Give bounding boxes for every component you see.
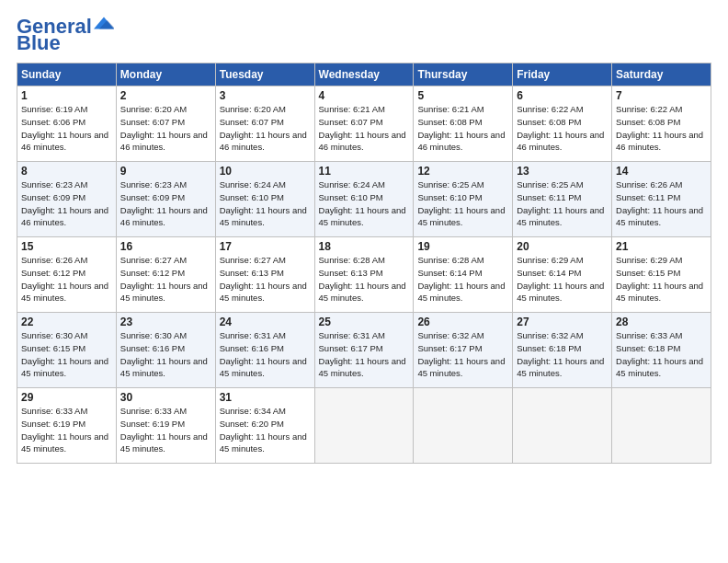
- sunset-label: Sunset: 6:18 PM: [517, 343, 581, 353]
- day-info: Sunrise: 6:31 AM Sunset: 6:17 PM Dayligh…: [319, 329, 410, 380]
- col-header-monday: Monday: [116, 63, 215, 86]
- sunrise-label: Sunrise: 6:27 AM: [120, 255, 187, 265]
- sunset-label: Sunset: 6:07 PM: [220, 117, 284, 127]
- day-number: 1: [21, 89, 112, 102]
- day-info: Sunrise: 6:31 AM Sunset: 6:16 PM Dayligh…: [220, 329, 311, 380]
- calendar-cell: 4 Sunrise: 6:21 AM Sunset: 6:07 PM Dayli…: [314, 86, 414, 162]
- sunrise-label: Sunrise: 6:24 AM: [319, 179, 385, 190]
- day-info: Sunrise: 6:29 AM Sunset: 6:15 PM Dayligh…: [616, 254, 707, 304]
- calendar-cell: 2 Sunrise: 6:20 AM Sunset: 6:07 PM Dayli…: [116, 86, 215, 162]
- calendar-cell: 29 Sunrise: 6:33 AM Sunset: 6:19 PM Dayl…: [17, 388, 117, 464]
- daylight-label: Daylight: 11 hours and 46 minutes.: [120, 130, 208, 153]
- day-number: 4: [319, 89, 410, 102]
- day-number: 8: [21, 165, 112, 178]
- daylight-label: Daylight: 11 hours and 45 minutes.: [517, 281, 604, 304]
- daylight-label: Daylight: 11 hours and 45 minutes.: [417, 356, 505, 379]
- calendar-cell: 15 Sunrise: 6:26 AM Sunset: 6:12 PM Dayl…: [17, 237, 117, 313]
- calendar-cell: 19 Sunrise: 6:28 AM Sunset: 6:14 PM Dayl…: [414, 237, 513, 313]
- calendar-week-2: 8 Sunrise: 6:23 AM Sunset: 6:09 PM Dayli…: [17, 162, 711, 237]
- calendar-cell: 11 Sunrise: 6:24 AM Sunset: 6:10 PM Dayl…: [314, 162, 414, 237]
- sunrise-label: Sunrise: 6:32 AM: [517, 330, 583, 340]
- day-info: Sunrise: 6:20 AM Sunset: 6:07 PM Dayligh…: [220, 103, 311, 154]
- sunset-label: Sunset: 6:08 PM: [417, 117, 482, 127]
- calendar-cell: 26 Sunrise: 6:32 AM Sunset: 6:17 PM Dayl…: [414, 313, 513, 388]
- day-number: 12: [417, 165, 508, 178]
- day-info: Sunrise: 6:21 AM Sunset: 6:08 PM Dayligh…: [417, 103, 508, 154]
- daylight-label: Daylight: 11 hours and 46 minutes.: [120, 205, 208, 228]
- sunset-label: Sunset: 6:14 PM: [417, 268, 482, 278]
- header: General Blue: [17, 17, 711, 53]
- daylight-label: Daylight: 11 hours and 45 minutes.: [21, 431, 108, 454]
- daylight-label: Daylight: 11 hours and 45 minutes.: [417, 205, 505, 228]
- sunset-label: Sunset: 6:07 PM: [120, 117, 185, 127]
- col-header-friday: Friday: [513, 63, 612, 86]
- sunrise-label: Sunrise: 6:33 AM: [616, 330, 682, 340]
- day-info: Sunrise: 6:20 AM Sunset: 6:07 PM Dayligh…: [120, 103, 211, 154]
- daylight-label: Daylight: 11 hours and 45 minutes.: [120, 281, 208, 304]
- sunset-label: Sunset: 6:12 PM: [120, 268, 185, 278]
- sunset-label: Sunset: 6:06 PM: [21, 117, 85, 127]
- calendar-week-1: 1 Sunrise: 6:19 AM Sunset: 6:06 PM Dayli…: [17, 86, 711, 162]
- calendar-cell: 25 Sunrise: 6:31 AM Sunset: 6:17 PM Dayl…: [314, 313, 414, 388]
- sunrise-label: Sunrise: 6:33 AM: [120, 406, 187, 416]
- calendar-cell: 16 Sunrise: 6:27 AM Sunset: 6:12 PM Dayl…: [116, 237, 215, 313]
- sunrise-label: Sunrise: 6:29 AM: [616, 255, 682, 265]
- sunrise-label: Sunrise: 6:23 AM: [120, 179, 187, 190]
- sunset-label: Sunset: 6:09 PM: [120, 192, 185, 202]
- calendar-week-4: 22 Sunrise: 6:30 AM Sunset: 6:15 PM Dayl…: [17, 313, 711, 388]
- sunset-label: Sunset: 6:08 PM: [616, 117, 680, 127]
- sunrise-label: Sunrise: 6:25 AM: [517, 179, 583, 190]
- sunrise-label: Sunrise: 6:25 AM: [417, 179, 483, 190]
- calendar-cell: 21 Sunrise: 6:29 AM Sunset: 6:15 PM Dayl…: [612, 237, 711, 313]
- day-number: 26: [417, 316, 508, 328]
- sunset-label: Sunset: 6:15 PM: [616, 268, 680, 278]
- day-number: 16: [120, 240, 211, 253]
- day-info: Sunrise: 6:32 AM Sunset: 6:18 PM Dayligh…: [517, 329, 608, 380]
- day-info: Sunrise: 6:33 AM Sunset: 6:18 PM Dayligh…: [616, 329, 707, 380]
- sunrise-label: Sunrise: 6:34 AM: [220, 406, 286, 416]
- daylight-label: Daylight: 11 hours and 45 minutes.: [517, 356, 604, 379]
- day-info: Sunrise: 6:26 AM Sunset: 6:11 PM Dayligh…: [616, 178, 707, 229]
- day-number: 10: [220, 165, 311, 178]
- sunset-label: Sunset: 6:10 PM: [417, 192, 482, 202]
- calendar-cell: 18 Sunrise: 6:28 AM Sunset: 6:13 PM Dayl…: [314, 237, 414, 313]
- day-info: Sunrise: 6:29 AM Sunset: 6:14 PM Dayligh…: [517, 254, 608, 304]
- calendar-cell: 20 Sunrise: 6:29 AM Sunset: 6:14 PM Dayl…: [513, 237, 612, 313]
- calendar-cell: 9 Sunrise: 6:23 AM Sunset: 6:09 PM Dayli…: [116, 162, 215, 237]
- day-number: 2: [120, 89, 211, 102]
- calendar-cell: 12 Sunrise: 6:25 AM Sunset: 6:10 PM Dayl…: [414, 162, 513, 237]
- day-number: 6: [517, 89, 608, 102]
- sunset-label: Sunset: 6:08 PM: [517, 117, 581, 127]
- sunset-label: Sunset: 6:10 PM: [220, 192, 284, 202]
- sunrise-label: Sunrise: 6:30 AM: [21, 330, 87, 340]
- day-number: 3: [220, 89, 311, 102]
- day-number: 31: [220, 391, 311, 404]
- calendar-cell: 28 Sunrise: 6:33 AM Sunset: 6:18 PM Dayl…: [612, 313, 711, 388]
- calendar-cell: 30 Sunrise: 6:33 AM Sunset: 6:19 PM Dayl…: [116, 388, 215, 464]
- day-number: 27: [517, 316, 608, 328]
- calendar-cell: 24 Sunrise: 6:31 AM Sunset: 6:16 PM Dayl…: [215, 313, 314, 388]
- sunrise-label: Sunrise: 6:21 AM: [417, 104, 483, 114]
- day-number: 7: [616, 89, 707, 102]
- sunrise-label: Sunrise: 6:22 AM: [517, 104, 583, 114]
- calendar-cell: 22 Sunrise: 6:30 AM Sunset: 6:15 PM Dayl…: [17, 313, 117, 388]
- day-info: Sunrise: 6:28 AM Sunset: 6:14 PM Dayligh…: [417, 254, 508, 304]
- day-info: Sunrise: 6:26 AM Sunset: 6:12 PM Dayligh…: [21, 254, 112, 304]
- sunrise-label: Sunrise: 6:28 AM: [417, 255, 483, 265]
- day-number: 19: [417, 240, 508, 253]
- sunrise-label: Sunrise: 6:20 AM: [120, 104, 187, 114]
- day-info: Sunrise: 6:34 AM Sunset: 6:20 PM Dayligh…: [220, 405, 311, 455]
- day-number: 22: [21, 316, 112, 328]
- calendar-body: 1 Sunrise: 6:19 AM Sunset: 6:06 PM Dayli…: [17, 86, 711, 464]
- sunrise-label: Sunrise: 6:31 AM: [220, 330, 286, 340]
- daylight-label: Daylight: 11 hours and 45 minutes.: [220, 281, 307, 304]
- calendar-cell: 3 Sunrise: 6:20 AM Sunset: 6:07 PM Dayli…: [215, 86, 314, 162]
- daylight-label: Daylight: 11 hours and 45 minutes.: [616, 356, 703, 379]
- day-number: 9: [120, 165, 211, 178]
- daylight-label: Daylight: 11 hours and 45 minutes.: [220, 205, 307, 228]
- sunrise-label: Sunrise: 6:23 AM: [21, 179, 87, 190]
- sunrise-label: Sunrise: 6:32 AM: [417, 330, 483, 340]
- day-number: 25: [319, 316, 410, 328]
- calendar-cell: 17 Sunrise: 6:27 AM Sunset: 6:13 PM Dayl…: [215, 237, 314, 313]
- logo: General Blue: [17, 17, 114, 53]
